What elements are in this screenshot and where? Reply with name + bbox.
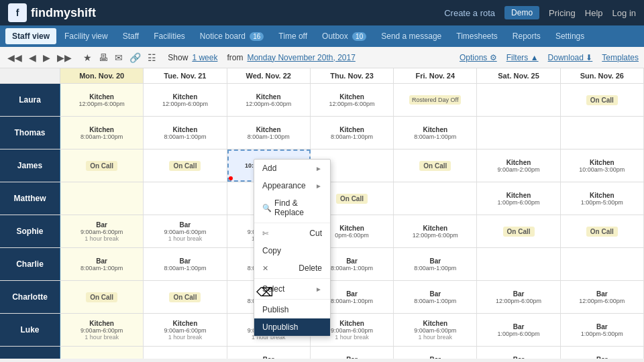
shift-cell[interactable]: Kitchen8:00am-1:00pm (60, 117, 144, 149)
subnav-send-message[interactable]: Send a message (374, 28, 448, 44)
email-icon[interactable]: ✉ (113, 51, 125, 64)
logo[interactable]: f findmyshift (8, 3, 96, 22)
shift-cell[interactable]: Bar10:00am-4:00pm (227, 347, 311, 359)
shift-cell[interactable]: Kitchen1:00pm-6:00pm (477, 182, 560, 215)
templates-button[interactable]: Templates (602, 53, 639, 62)
shift-cell[interactable] (477, 248, 560, 280)
options-button[interactable]: Options ⚙ (460, 53, 497, 62)
cut-icon: ✄ (262, 229, 268, 238)
subnav-staff[interactable]: Staff (116, 28, 146, 44)
shift-cell[interactable]: Kitchen8:00am-1:00pm (227, 117, 311, 149)
shift-cell[interactable]: Rostered Day Off (394, 84, 477, 116)
subnav-notice-board[interactable]: Notice board 16 (193, 28, 271, 44)
shift-cell[interactable]: Kitchen1:00pm-5:00pm (561, 182, 644, 215)
shift-cell[interactable]: Kitchen9:00am-6:00pm1 hour break (394, 314, 477, 346)
shift-cell[interactable]: On Call (144, 149, 227, 182)
toolbar-nav-icons: ◀◀ ◀ ▶ ▶▶ ★ 🖶 ✉ 🔗 ☷ (5, 51, 158, 64)
login-link[interactable]: Log in (612, 8, 636, 18)
shift-cell[interactable]: Bar12:00pm-6:00pm (561, 281, 644, 313)
shift-cell[interactable]: Bar9:00am-6:00pm1 hour break (144, 215, 227, 247)
subnav-time-off[interactable]: Time off (272, 28, 314, 44)
subnav-settings[interactable]: Settings (549, 28, 591, 44)
menu-item-publish[interactable]: Publish (254, 301, 330, 318)
shift-cell[interactable]: Bar10:00am-3:00pm (561, 347, 644, 359)
pricing-link[interactable]: Pricing (549, 8, 576, 18)
shift-cell[interactable]: Bar1:00pm-5:00pm (561, 314, 644, 346)
menu-appearance-label: Appearance (262, 181, 306, 190)
shift-cell[interactable] (477, 117, 560, 149)
from-label: from (227, 53, 243, 62)
shift-cell[interactable]: On Call (561, 84, 644, 116)
next-icon[interactable]: ▶ (41, 51, 52, 64)
menu-item-cut[interactable]: ✄ Cut (254, 225, 330, 242)
shift-cell[interactable] (561, 117, 644, 149)
link-icon[interactable]: 🔗 (127, 51, 143, 64)
menu-item-add[interactable]: Add ► (254, 160, 330, 177)
shift-cell[interactable]: Kitchen9:00am-6:00pm1 hour break (144, 314, 227, 346)
menu-item-delete[interactable]: ✕ Delete (254, 259, 330, 277)
shift-cell[interactable]: Kitchen8:00am-1:00pm (394, 117, 477, 149)
shift-cell[interactable]: Bar10:00am-4:00pm (394, 347, 477, 359)
show-label: Show (168, 53, 188, 62)
date-link[interactable]: Monday November 20th, 2017 (247, 53, 355, 62)
create-rota-link[interactable]: Create a rota (444, 8, 495, 18)
shift-cell[interactable]: Kitchen10:00am-3:00pm (561, 149, 644, 182)
shift-cell[interactable]: Bar12:00pm-6:00pm (477, 281, 560, 313)
prev-icon[interactable]: ◀ (27, 51, 38, 64)
demo-button[interactable]: Demo (504, 6, 539, 19)
shift-cell[interactable]: On Call (60, 281, 144, 313)
shift-cell[interactable]: On Call (477, 215, 560, 247)
shift-cell[interactable]: Bar10:00am-4:00pm (311, 347, 394, 359)
shift-cell[interactable]: Kitchen9:00am-6:00pm1 hour break (60, 314, 144, 346)
staff-name-thomas: Thomas (0, 117, 60, 149)
shift-cell[interactable]: On Call (561, 215, 644, 247)
shift-cell[interactable] (561, 248, 644, 280)
table-icon[interactable]: ☷ (146, 51, 158, 64)
shift-cell[interactable]: Kitchen12:00pm-6:00pm (144, 84, 227, 116)
menu-item-appearance[interactable]: Appearance ► (254, 177, 330, 194)
period-link[interactable]: 1 week (192, 53, 217, 62)
shift-cell[interactable]: Bar8:00am-1:00pm (394, 281, 477, 313)
shift-cell[interactable]: Kitchen12:00pm-6:00pm (227, 84, 311, 116)
shift-cell[interactable]: Kitchen12:00pm-6:00pm (311, 84, 394, 116)
shift-cell[interactable]: Bar8:00am-1:00pm (144, 248, 227, 280)
subnav-facility-view[interactable]: Facility view (58, 28, 115, 44)
filters-button[interactable]: Filters ▲ (506, 53, 539, 62)
top-nav-right: Create a rota Demo Pricing Help Log in (444, 6, 636, 19)
prev-prev-icon[interactable]: ◀◀ (5, 51, 24, 64)
menu-item-copy[interactable]: Copy (254, 242, 330, 259)
shift-cell[interactable]: Kitchen8:00am-1:00pm (311, 117, 394, 149)
shift-cell[interactable]: Bar9:00am-2:00pm (477, 347, 560, 359)
shift-cell[interactable]: Kitchen12:00pm-6:00pm (394, 215, 477, 247)
shift-cell[interactable]: On Call (144, 281, 227, 313)
help-link[interactable]: Help (585, 8, 603, 18)
shift-cell[interactable] (60, 182, 144, 215)
menu-item-find-replace[interactable]: 🔍 Find & Replace (254, 194, 330, 221)
shift-cell[interactable]: Kitchen12:00pm-6:00pm (60, 84, 144, 116)
subnav-timesheets[interactable]: Timesheets (449, 28, 504, 44)
shift-cell[interactable]: Kitchen8:00am-1:00pm (144, 117, 227, 149)
download-button[interactable]: Download ⬇ (548, 53, 593, 62)
shift-cell[interactable] (60, 347, 144, 359)
shift-cell[interactable] (394, 182, 477, 215)
shift-cell[interactable]: Bar1:00pm-6:00pm (477, 314, 560, 346)
shift-cell[interactable]: Bar9:00am-6:00pm1 hour break (60, 215, 144, 247)
shift-cell[interactable] (144, 347, 227, 359)
menu-item-unpublish[interactable]: Unpublish (254, 318, 330, 336)
star-icon[interactable]: ★ (81, 51, 94, 64)
shift-cell[interactable]: Kitchen9:00am-2:00pm (477, 149, 560, 182)
shift-cell[interactable]: On Call (60, 149, 144, 182)
menu-item-select[interactable]: Select ► (254, 280, 330, 298)
print-icon[interactable]: 🖶 (97, 51, 110, 64)
subnav-staff-view[interactable]: Staff view (5, 28, 56, 44)
shift-cell[interactable]: Bar8:00am-1:00pm (394, 248, 477, 280)
shift-cell[interactable] (144, 182, 227, 215)
shift-cell[interactable]: On Call (394, 149, 477, 182)
staff-name-sarah: Sarah (0, 347, 60, 359)
subnav-facilities[interactable]: Facilities (147, 28, 192, 44)
shift-cell[interactable] (477, 84, 560, 116)
subnav-reports[interactable]: Reports (506, 28, 547, 44)
subnav-outbox[interactable]: Outbox 10 (315, 28, 373, 44)
shift-cell[interactable]: Bar8:00am-1:00pm (60, 248, 144, 280)
next-next-icon[interactable]: ▶▶ (55, 51, 74, 64)
